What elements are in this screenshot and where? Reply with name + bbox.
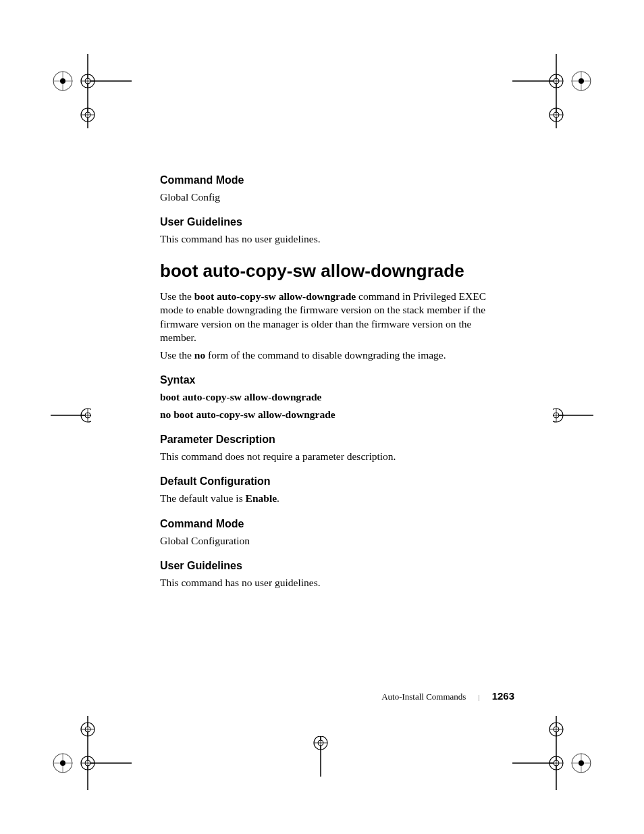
crop-mark-top-right <box>512 54 593 128</box>
text-user-guidelines-body: This command has no user guidelines. <box>160 232 504 246</box>
crop-mark-mid-right <box>553 402 593 429</box>
text-syntax-line1: boot auto-copy-sw allow-downgrade <box>160 390 504 404</box>
heading-syntax: Syntax <box>160 374 504 386</box>
heading-main-command: boot auto-copy-sw allow-downgrade <box>160 261 504 282</box>
text-syntax-line2: no boot auto-copy-sw allow-downgrade <box>160 408 504 421</box>
text-parameter-body: This command does not require a paramete… <box>160 450 504 463</box>
heading-command-mode: Command Mode <box>160 174 504 186</box>
svg-point-41 <box>60 760 65 766</box>
text-intro-para1: Use the boot auto-copy-sw allow-downgrad… <box>160 290 504 344</box>
heading-parameter-description: Parameter Description <box>160 434 504 446</box>
text-default-body: The default value is Enable. <box>160 492 504 505</box>
crop-mark-mid-left <box>51 402 91 429</box>
page-footer: Auto-Install Commands | 1263 <box>381 690 514 702</box>
svg-point-3 <box>60 78 65 84</box>
text-intro-para2: Use the no form of the command to disabl… <box>160 348 504 362</box>
crop-mark-top-left <box>51 54 132 128</box>
text-command-mode-body: Global Config <box>160 190 504 204</box>
crop-mark-bottom-left <box>51 716 132 790</box>
page-content: Command Mode Global Config User Guidelin… <box>160 174 504 602</box>
svg-point-55 <box>579 760 584 766</box>
footer-separator: | <box>478 693 479 701</box>
crop-mark-bottom-right <box>512 716 593 790</box>
heading-user-guidelines: User Guidelines <box>160 216 504 228</box>
footer-chapter-name: Auto-Install Commands <box>381 692 466 702</box>
svg-point-17 <box>579 78 584 84</box>
text-user-guidelines-2-body: This command has no user guidelines. <box>160 576 504 590</box>
footer-page-number: 1263 <box>492 690 514 702</box>
heading-command-mode-2: Command Mode <box>160 518 504 530</box>
heading-default-configuration: Default Configuration <box>160 475 504 488</box>
heading-user-guidelines-2: User Guidelines <box>160 560 504 572</box>
text-command-mode-2-body: Global Configuration <box>160 534 504 548</box>
crop-mark-bottom-center <box>307 736 334 777</box>
